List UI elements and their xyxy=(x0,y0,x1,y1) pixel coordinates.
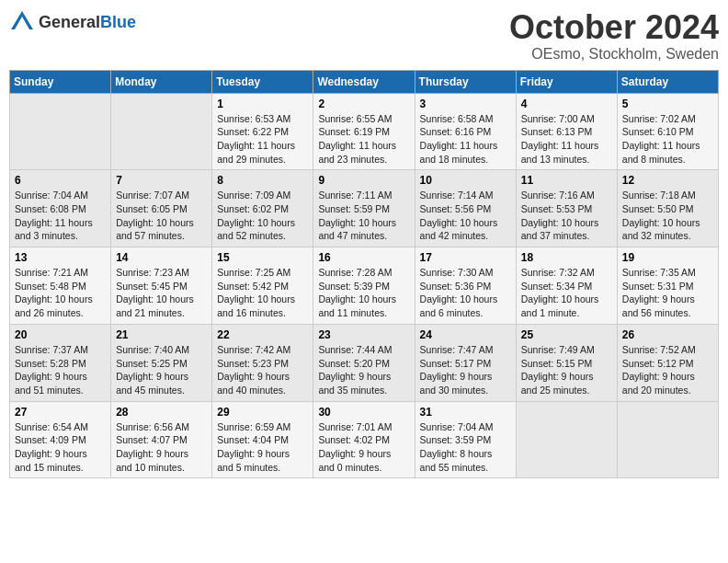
weekday-header-sunday: Sunday xyxy=(10,70,111,93)
day-number: 7 xyxy=(116,174,207,187)
day-number: 16 xyxy=(318,251,409,264)
day-info: Sunrise: 7:21 AMSunset: 5:48 PMDaylight:… xyxy=(15,266,106,320)
day-number: 21 xyxy=(116,328,207,341)
day-info: Sunrise: 7:30 AMSunset: 5:36 PMDaylight:… xyxy=(420,266,511,320)
calendar-week-5: 27Sunrise: 6:54 AMSunset: 4:09 PMDayligh… xyxy=(10,401,719,478)
day-number: 19 xyxy=(622,251,713,264)
day-info: Sunrise: 7:04 AMSunset: 3:59 PMDaylight:… xyxy=(420,420,511,475)
calendar-cell xyxy=(111,93,212,170)
calendar-cell: 17Sunrise: 7:30 AMSunset: 5:36 PMDayligh… xyxy=(415,247,516,325)
calendar-cell: 14Sunrise: 7:23 AMSunset: 5:45 PMDayligh… xyxy=(111,247,212,325)
calendar-cell xyxy=(516,401,617,478)
calendar-cell: 5Sunrise: 7:02 AMSunset: 6:10 PMDaylight… xyxy=(617,93,718,170)
day-info: Sunrise: 7:14 AMSunset: 5:56 PMDaylight:… xyxy=(420,189,511,243)
calendar-cell: 4Sunrise: 7:00 AMSunset: 6:13 PMDaylight… xyxy=(516,93,617,170)
calendar-week-3: 13Sunrise: 7:21 AMSunset: 5:48 PMDayligh… xyxy=(10,247,719,325)
day-number: 3 xyxy=(420,98,511,110)
day-info: Sunrise: 6:55 AMSunset: 6:19 PMDaylight:… xyxy=(318,112,409,167)
day-number: 31 xyxy=(420,406,511,419)
day-info: Sunrise: 7:44 AMSunset: 5:20 PMDaylight:… xyxy=(318,343,409,397)
calendar-table: SundayMondayTuesdayWednesdayThursdayFrid… xyxy=(9,70,719,479)
weekday-header-saturday: Saturday xyxy=(617,70,718,93)
day-number: 26 xyxy=(622,328,713,341)
day-info: Sunrise: 7:11 AMSunset: 5:59 PMDaylight:… xyxy=(318,189,409,243)
day-info: Sunrise: 7:40 AMSunset: 5:25 PMDaylight:… xyxy=(116,343,207,397)
calendar-cell: 3Sunrise: 6:58 AMSunset: 6:16 PMDaylight… xyxy=(415,93,516,170)
day-number: 29 xyxy=(217,406,308,419)
day-info: Sunrise: 7:49 AMSunset: 5:15 PMDaylight:… xyxy=(521,343,612,397)
calendar-cell: 26Sunrise: 7:52 AMSunset: 5:12 PMDayligh… xyxy=(617,324,718,401)
day-number: 2 xyxy=(318,98,409,110)
calendar-cell: 28Sunrise: 6:56 AMSunset: 4:07 PMDayligh… xyxy=(111,401,212,478)
calendar-cell: 16Sunrise: 7:28 AMSunset: 5:39 PMDayligh… xyxy=(313,247,415,325)
calendar-cell: 18Sunrise: 7:32 AMSunset: 5:34 PMDayligh… xyxy=(516,247,617,325)
calendar-cell: 13Sunrise: 7:21 AMSunset: 5:48 PMDayligh… xyxy=(10,247,111,325)
weekday-header-row: SundayMondayTuesdayWednesdayThursdayFrid… xyxy=(10,70,719,93)
day-number: 24 xyxy=(420,328,511,341)
day-number: 8 xyxy=(217,174,308,187)
title-block: October 2024 OEsmo, Stockholm, Sweden xyxy=(509,9,719,63)
day-info: Sunrise: 7:00 AMSunset: 6:13 PMDaylight:… xyxy=(521,112,612,167)
weekday-header-wednesday: Wednesday xyxy=(313,70,415,93)
calendar-cell: 25Sunrise: 7:49 AMSunset: 5:15 PMDayligh… xyxy=(516,324,617,401)
logo-blue: Blue xyxy=(100,13,136,31)
day-info: Sunrise: 7:07 AMSunset: 6:05 PMDaylight:… xyxy=(116,189,207,243)
day-info: Sunrise: 7:04 AMSunset: 6:08 PMDaylight:… xyxy=(15,189,106,243)
day-number: 17 xyxy=(420,251,511,264)
logo-general: General xyxy=(39,13,100,31)
logo-icon xyxy=(9,9,35,35)
day-info: Sunrise: 6:58 AMSunset: 6:16 PMDaylight:… xyxy=(420,112,511,167)
day-number: 27 xyxy=(15,406,106,419)
weekday-header-friday: Friday xyxy=(516,70,617,93)
calendar-cell: 24Sunrise: 7:47 AMSunset: 5:17 PMDayligh… xyxy=(415,324,516,401)
day-number: 15 xyxy=(217,251,308,264)
day-info: Sunrise: 7:47 AMSunset: 5:17 PMDaylight:… xyxy=(420,343,511,397)
day-info: Sunrise: 7:09 AMSunset: 6:02 PMDaylight:… xyxy=(217,189,308,243)
day-number: 11 xyxy=(521,174,612,187)
day-number: 9 xyxy=(318,174,409,187)
calendar-cell xyxy=(617,401,718,478)
day-info: Sunrise: 7:35 AMSunset: 5:31 PMDaylight:… xyxy=(622,266,713,320)
day-number: 5 xyxy=(622,98,713,110)
calendar-cell: 27Sunrise: 6:54 AMSunset: 4:09 PMDayligh… xyxy=(10,401,111,478)
day-info: Sunrise: 6:54 AMSunset: 4:09 PMDaylight:… xyxy=(15,420,106,475)
day-info: Sunrise: 7:18 AMSunset: 5:50 PMDaylight:… xyxy=(622,189,713,243)
location-title: OEsmo, Stockholm, Sweden xyxy=(509,46,719,63)
weekday-header-monday: Monday xyxy=(111,70,212,93)
day-info: Sunrise: 7:23 AMSunset: 5:45 PMDaylight:… xyxy=(116,266,207,320)
day-info: Sunrise: 7:52 AMSunset: 5:12 PMDaylight:… xyxy=(622,343,713,397)
day-number: 22 xyxy=(217,328,308,341)
calendar-cell: 22Sunrise: 7:42 AMSunset: 5:23 PMDayligh… xyxy=(212,324,313,401)
day-info: Sunrise: 7:02 AMSunset: 6:10 PMDaylight:… xyxy=(622,112,713,167)
calendar-cell xyxy=(10,93,111,170)
day-info: Sunrise: 7:25 AMSunset: 5:42 PMDaylight:… xyxy=(217,266,308,320)
day-number: 10 xyxy=(420,174,511,187)
month-title: October 2024 xyxy=(509,9,719,46)
day-info: Sunrise: 6:59 AMSunset: 4:04 PMDaylight:… xyxy=(217,420,308,475)
day-number: 28 xyxy=(116,406,207,419)
page-header: GeneralBlue October 2024 OEsmo, Stockhol… xyxy=(9,9,719,63)
calendar-cell: 19Sunrise: 7:35 AMSunset: 5:31 PMDayligh… xyxy=(617,247,718,325)
calendar-cell: 20Sunrise: 7:37 AMSunset: 5:28 PMDayligh… xyxy=(10,324,111,401)
calendar-cell: 12Sunrise: 7:18 AMSunset: 5:50 PMDayligh… xyxy=(617,170,718,247)
day-info: Sunrise: 7:16 AMSunset: 5:53 PMDaylight:… xyxy=(521,189,612,243)
day-number: 4 xyxy=(521,98,612,110)
weekday-header-thursday: Thursday xyxy=(415,70,516,93)
day-number: 13 xyxy=(15,251,106,264)
logo: GeneralBlue xyxy=(9,9,136,35)
day-number: 12 xyxy=(622,174,713,187)
calendar-cell: 7Sunrise: 7:07 AMSunset: 6:05 PMDaylight… xyxy=(111,170,212,247)
day-number: 18 xyxy=(521,251,612,264)
day-info: Sunrise: 6:53 AMSunset: 6:22 PMDaylight:… xyxy=(217,112,308,167)
calendar-cell: 21Sunrise: 7:40 AMSunset: 5:25 PMDayligh… xyxy=(111,324,212,401)
calendar-body: 1Sunrise: 6:53 AMSunset: 6:22 PMDaylight… xyxy=(10,93,719,478)
day-number: 23 xyxy=(318,328,409,341)
day-info: Sunrise: 7:01 AMSunset: 4:02 PMDaylight:… xyxy=(318,420,409,475)
day-number: 25 xyxy=(521,328,612,341)
day-info: Sunrise: 6:56 AMSunset: 4:07 PMDaylight:… xyxy=(116,420,207,475)
calendar-week-4: 20Sunrise: 7:37 AMSunset: 5:28 PMDayligh… xyxy=(10,324,719,401)
calendar-cell: 29Sunrise: 6:59 AMSunset: 4:04 PMDayligh… xyxy=(212,401,313,478)
day-info: Sunrise: 7:42 AMSunset: 5:23 PMDaylight:… xyxy=(217,343,308,397)
day-number: 6 xyxy=(15,174,106,187)
calendar-cell: 10Sunrise: 7:14 AMSunset: 5:56 PMDayligh… xyxy=(415,170,516,247)
